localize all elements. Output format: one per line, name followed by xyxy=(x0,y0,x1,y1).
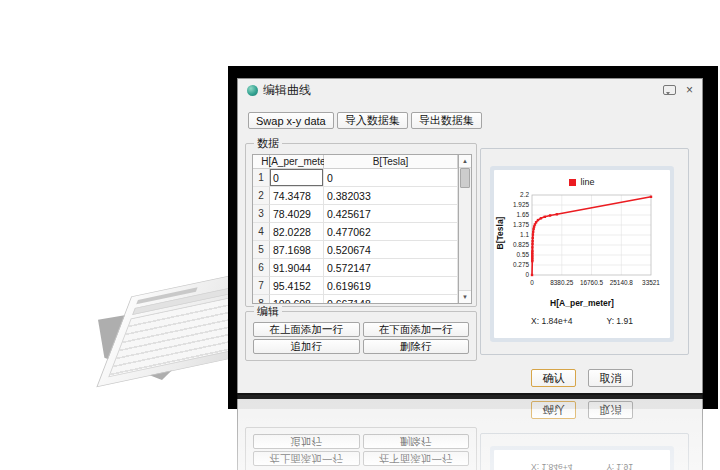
svg-text:1.65: 1.65 xyxy=(517,211,530,218)
table-row: 100 xyxy=(253,169,471,187)
svg-text:0: 0 xyxy=(530,279,534,286)
h-value-cell[interactable]: 74.3478 xyxy=(270,187,324,205)
data-point-marker xyxy=(531,250,533,252)
help-bubble-icon[interactable] xyxy=(663,85,676,95)
svg-text:25140.8: 25140.8 xyxy=(610,279,634,286)
data-point-marker xyxy=(537,219,539,221)
svg-text:33521: 33521 xyxy=(642,279,660,286)
b-value-cell[interactable]: 0.382033 xyxy=(324,187,458,205)
h-value-cell[interactable]: 100.608 xyxy=(270,295,324,304)
data-table: H[A_per_meter]B[Tesla] 100274.34780.3820… xyxy=(252,154,472,304)
export-dataset-button[interactable]: 导出数据集 xyxy=(411,112,482,129)
stage: 编辑曲线 × Swap x-y data导入数据集导出数据集 数据 H[A_pe… xyxy=(0,0,720,470)
data-point-marker xyxy=(531,243,533,245)
table-row: 795.41520.619619 xyxy=(253,277,471,295)
table-scrollbar[interactable]: ▲ ▼ xyxy=(458,155,471,303)
title-bar: 编辑曲线 × xyxy=(238,79,702,101)
swap-xy-button[interactable]: Swap x-y data xyxy=(248,112,334,129)
x-axis-label: H[A_per_meter] xyxy=(494,298,670,308)
import-dataset-button[interactable]: 导入数据集 xyxy=(337,112,408,129)
svg-text:0: 0 xyxy=(525,271,529,278)
row-number-cell[interactable]: 1 xyxy=(253,169,270,187)
scrollbar-thumb[interactable] xyxy=(460,168,470,188)
legend-marker-icon xyxy=(569,179,576,186)
row-number-cell[interactable]: 5 xyxy=(253,241,270,259)
add-row-above-button[interactable]: 在上面添加一行 xyxy=(253,322,360,337)
data-point-marker xyxy=(532,237,534,239)
data-point-marker xyxy=(549,214,551,216)
confirm-button[interactable]: 确认 xyxy=(531,369,576,387)
chart-card: line 00.2750.550.8251.11.3751.651.9252.2… xyxy=(494,170,670,338)
delete-row-button[interactable]: 删除行 xyxy=(363,339,470,354)
column-header[interactable]: B[Tesla] xyxy=(324,155,458,169)
chart-panel: line 00.2750.550.8251.11.3751.651.9252.2… xyxy=(480,148,689,355)
svg-text:0.825: 0.825 xyxy=(513,241,529,248)
selected-cell[interactable]: 0 xyxy=(270,169,324,187)
svg-text:16760.5: 16760.5 xyxy=(580,279,604,286)
edit-group-label: 编辑 xyxy=(254,305,282,318)
table-row: 482.02280.477062 xyxy=(253,223,471,241)
data-group-label: 数据 xyxy=(254,137,282,150)
close-icon[interactable]: × xyxy=(686,85,693,95)
data-point-marker xyxy=(532,228,534,230)
toolbar: Swap x-y data导入数据集导出数据集 xyxy=(248,112,482,129)
chart-plot-area: 00.2750.550.8251.11.3751.651.9252.208380… xyxy=(494,189,670,293)
cancel-button[interactable]: 取消 xyxy=(588,369,633,387)
edit-buttons: 在上面添加一行在下面添加一行追加行删除行 xyxy=(253,322,469,354)
data-point-marker xyxy=(532,233,534,235)
window-buttons: × xyxy=(663,85,693,95)
b-value-cell[interactable]: 0.572147 xyxy=(324,259,458,277)
chart-legend: line xyxy=(494,170,670,187)
cursor-y-value: Y: 1.91 xyxy=(606,316,632,326)
data-point-marker xyxy=(531,274,533,276)
row-number-cell[interactable]: 4 xyxy=(253,223,270,241)
scroll-up-button[interactable]: ▲ xyxy=(459,155,471,168)
append-row-button[interactable]: 追加行 xyxy=(253,339,360,354)
b-value-cell[interactable]: 0.425617 xyxy=(324,205,458,223)
b-value-cell[interactable]: 0.619619 xyxy=(324,277,458,295)
row-number-cell[interactable]: 7 xyxy=(253,277,270,295)
table-header: H[A_per_meter]B[Tesla] xyxy=(253,155,471,169)
cursor-x-value: X: 1.84e+4 xyxy=(531,316,572,326)
b-value-cell[interactable]: 0.520674 xyxy=(324,241,458,259)
h-value-cell[interactable]: 95.4152 xyxy=(270,277,324,295)
table-row: 378.40290.425617 xyxy=(253,205,471,223)
table-body: 100274.34780.382033378.40290.425617482.0… xyxy=(253,169,471,304)
y-axis-label: B[Tesla] xyxy=(495,205,505,261)
row-number-cell[interactable]: 2 xyxy=(253,187,270,205)
row-number-cell[interactable]: 3 xyxy=(253,205,270,223)
data-point-marker xyxy=(535,221,537,223)
row-number-cell[interactable]: 8 xyxy=(253,295,270,304)
edit-curve-dialog: 编辑曲线 × Swap x-y data导入数据集导出数据集 数据 H[A_pe… xyxy=(237,78,703,394)
scroll-down-button[interactable]: ▼ xyxy=(459,290,471,303)
svg-text:2.2: 2.2 xyxy=(520,191,529,198)
b-value-cell[interactable]: 0.667148 xyxy=(324,295,458,304)
window-title: 编辑曲线 xyxy=(263,82,311,99)
data-point-marker xyxy=(540,217,542,219)
svg-text:1.375: 1.375 xyxy=(513,221,529,228)
row-number-cell[interactable]: 6 xyxy=(253,259,270,277)
data-point-marker xyxy=(650,196,652,198)
data-point-marker xyxy=(544,216,546,218)
h-value-cell[interactable]: 87.1698 xyxy=(270,241,324,259)
svg-text:0.55: 0.55 xyxy=(517,251,530,258)
data-point-marker xyxy=(532,231,534,233)
b-value-cell[interactable]: 0 xyxy=(324,169,458,187)
data-group: 数据 H[A_per_meter]B[Tesla] 100274.34780.3… xyxy=(245,143,477,307)
b-value-cell[interactable]: 0.477062 xyxy=(324,223,458,241)
cursor-readout: X: 1.84e+4 Y: 1.91 xyxy=(494,316,670,326)
h-value-cell[interactable]: 91.9044 xyxy=(270,259,324,277)
table-row: 587.16980.520674 xyxy=(253,241,471,259)
table-row: 274.34780.382033 xyxy=(253,187,471,205)
svg-text:8380.25: 8380.25 xyxy=(550,279,574,286)
data-point-marker xyxy=(531,240,533,242)
table-row: 691.90440.572147 xyxy=(253,259,471,277)
column-header[interactable]: H[A_per_meter] xyxy=(270,155,324,169)
app-icon xyxy=(247,85,258,96)
h-value-cell[interactable]: 78.4029 xyxy=(270,205,324,223)
data-point-marker xyxy=(534,223,536,225)
h-value-cell[interactable]: 82.0228 xyxy=(270,223,324,241)
add-row-below-button[interactable]: 在下面添加一行 xyxy=(363,322,470,337)
svg-text:1.925: 1.925 xyxy=(513,201,529,208)
table-row: 8100.6080.667148 xyxy=(253,295,471,304)
